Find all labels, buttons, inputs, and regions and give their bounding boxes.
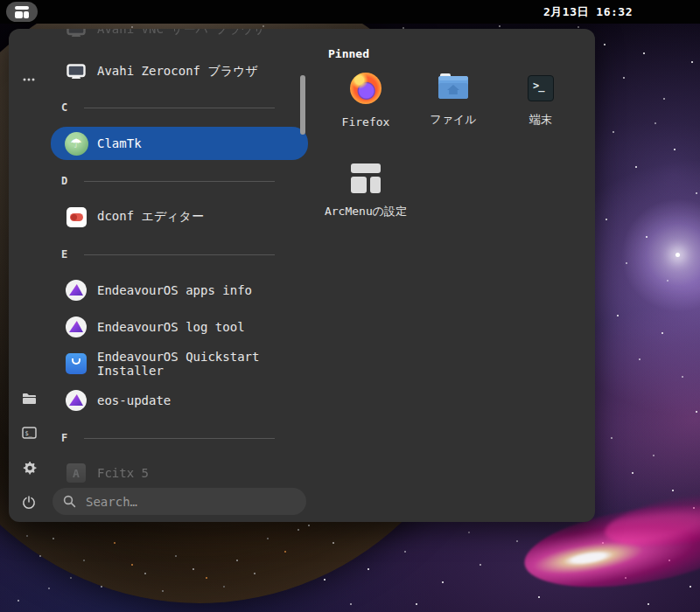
app-row-clamtk[interactable]: ☂ ClamTk: [51, 127, 308, 160]
letter-a-badge-icon: A: [63, 463, 89, 483]
app-list: Avahi VNC サーバ ブラウザ Avahi Zeroconf ブラウザ C…: [49, 29, 322, 522]
section-letter: F: [61, 432, 72, 444]
search-input[interactable]: [84, 494, 289, 510]
app-label: Fcitx 5: [97, 466, 149, 480]
app-row-eos-quickstart[interactable]: EndeavourOS Quickstart Installer: [51, 348, 308, 379]
pinned-item-label: ArcMenuの設定: [322, 205, 410, 219]
section-divider: [84, 438, 275, 439]
pinned-item-label: ファイル: [410, 113, 497, 127]
power-button[interactable]: [20, 494, 38, 511]
section-letter: C: [61, 101, 72, 114]
app-row-eos-apps-info[interactable]: EndeavourOS apps info: [51, 275, 308, 306]
bright-star: [676, 253, 680, 257]
svg-text:$_: $_: [24, 430, 32, 437]
network-display-icon: [63, 64, 89, 80]
settings-button[interactable]: [20, 459, 38, 476]
pinned-section-title: Pinned: [328, 47, 369, 60]
app-row-eos-update[interactable]: eos-update: [51, 385, 308, 416]
app-row-eos-log-tool[interactable]: EndeavourOS log tool: [51, 311, 308, 343]
menu-mini-sidebar: $_: [9, 29, 49, 522]
top-panel: 2月13日 16:32: [0, 0, 700, 24]
pinned-item-label: 端末: [497, 113, 584, 127]
ellipsis-menu-button[interactable]: [20, 71, 38, 88]
toggle-switch-icon: [63, 207, 89, 227]
firefox-icon: [350, 73, 382, 104]
arcmenu-logo-icon: [15, 6, 29, 18]
ellipsis-icon: [23, 78, 35, 81]
app-label: EndeavourOS log tool: [97, 320, 245, 334]
terminal-shortcut-button[interactable]: $_: [20, 424, 38, 442]
clock-date[interactable]: 2月13日 16:32: [543, 0, 633, 24]
pinned-item-files[interactable]: ファイル: [410, 73, 497, 127]
pinned-item-firefox[interactable]: Firefox: [322, 73, 410, 129]
app-row-partial[interactable]: Avahi VNC サーバ ブラウザ: [51, 29, 308, 45]
pinned-item-arcmenu-settings[interactable]: ArcMenuの設定: [322, 163, 410, 219]
search-bar[interactable]: [52, 488, 306, 515]
app-label: dconf エディター: [97, 209, 204, 225]
terminal-icon: >_: [528, 75, 554, 101]
power-icon: [22, 496, 36, 510]
network-display-icon: [63, 29, 89, 38]
files-folder-icon: [438, 73, 469, 101]
desktop-screen: 2月13日 16:32 $_: [0, 0, 700, 612]
section-header-c: C: [61, 101, 310, 114]
section-header-f: F: [61, 432, 310, 444]
arcmenu-panel-button[interactable]: [6, 2, 38, 22]
arcmenu-popup: $_: [9, 29, 595, 522]
section-letter: E: [61, 248, 72, 261]
endeavouros-logo-icon: [63, 280, 89, 301]
folder-icon: [22, 393, 37, 405]
files-shortcut-button[interactable]: [20, 390, 38, 407]
app-label: EndeavourOS Quickstart Installer: [97, 350, 308, 378]
umbrella-icon: ☂: [63, 132, 89, 156]
pinned-item-terminal[interactable]: >_ 端末: [497, 73, 584, 127]
app-label: ClamTk: [97, 136, 142, 150]
app-label: eos-update: [97, 393, 171, 407]
gear-icon: [22, 461, 37, 476]
scrollbar-thumb[interactable]: [300, 75, 305, 135]
section-divider: [84, 254, 275, 255]
app-label: EndeavourOS apps info: [97, 283, 252, 297]
section-divider: [84, 181, 275, 182]
arcmenu-logo-icon: [351, 163, 381, 193]
pinned-item-label: Firefox: [322, 115, 410, 129]
app-row-fcitx5[interactable]: A Fcitx 5: [51, 458, 308, 488]
terminal-icon: $_: [22, 427, 37, 439]
section-letter: D: [61, 175, 72, 187]
app-label: Avahi Zeroconf ブラウザ: [97, 64, 258, 80]
app-label: Avahi VNC サーバ ブラウザ: [97, 29, 266, 38]
app-row-dconf[interactable]: dconf エディター: [51, 201, 308, 233]
endeavouros-logo-icon: [63, 316, 89, 337]
section-header-e: E: [61, 248, 310, 261]
section-header-d: D: [61, 175, 310, 187]
section-divider: [84, 108, 275, 108]
endeavouros-logo-icon: [63, 390, 89, 411]
software-bag-icon: [63, 353, 89, 374]
app-row-avahi-zeroconf[interactable]: Avahi Zeroconf ブラウザ: [51, 56, 308, 87]
search-icon: [63, 495, 76, 508]
